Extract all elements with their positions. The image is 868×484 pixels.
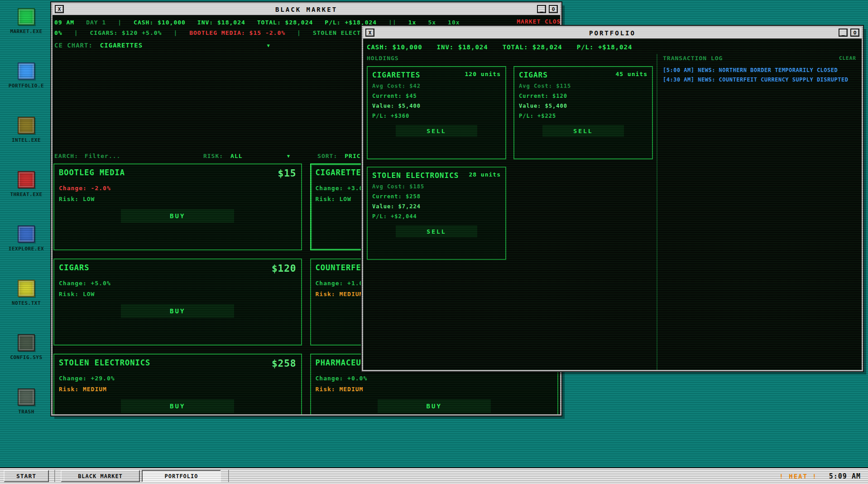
holding-avg-cost: Avg Cost: $115 [519,83,647,89]
maximize-icon[interactable]: O [850,29,859,37]
market-item-price: $15 [278,168,297,179]
buy-button[interactable]: BUY [378,399,491,413]
desktop-icon-label: CONFIG.SYS [10,355,42,360]
holding-avg-cost: Avg Cost: $42 [372,83,501,89]
window-title: PORTFOLIO [589,29,636,37]
chevron-down-icon: ▼ [267,43,270,48]
chart-commodity-select[interactable]: CIGARETTES ▼ [93,42,270,49]
sell-button[interactable]: SELL [542,125,624,137]
market-item-change: Change: +29.0% [59,375,297,382]
taskbar-task-portfolio[interactable]: PORTFOLIO [142,470,221,482]
risk-filter-select[interactable]: ALL ▼ [230,153,290,159]
desktop-icon-config-sys[interactable]: CONFIG.SYS [5,334,47,360]
total-readout: TOTAL: $28,024 [257,19,313,26]
market-item-head: BOOTLEG MEDIA$15 [59,168,297,179]
speed-10x-button[interactable]: 10x [448,19,460,26]
maximize-icon[interactable]: O [549,5,558,13]
portfolio-titlebar[interactable]: X PORTFOLIO _ O [363,27,862,39]
desktop-icon-label: TRASH [18,409,34,415]
transaction-log-header: TRANSACTION LOG CLEAR [663,55,856,62]
market-item-card: STOLEN ELECTRONICS$258Change: +29.0%Risk… [53,354,302,414]
desktop-icon-threat-exe[interactable]: THREAT.EXE [5,171,47,197]
minimize-icon[interactable]: _ [839,29,848,37]
holding-pl: P/L: +$225 [519,113,647,119]
transaction-log-entries: [5:00 AM] NEWS: NORTHERN BORDER TEMPORAR… [663,67,856,83]
search-label: EARCH: [54,153,78,159]
black-market-titlebar[interactable]: X BLACK MARKET _ O [53,4,560,16]
holdings-panel: HOLDINGS CIGARETTES120 unitsAvg Cost: $4… [363,54,657,370]
market-item-card: BOOTLEG MEDIA$15Change: -2.0%Risk: LOWBU… [53,163,302,250]
portfolio-exe-icon [18,62,35,80]
intel-exe-icon [18,117,35,134]
log-entry: [5:00 AM] NEWS: NORTHERN BORDER TEMPORAR… [663,67,856,73]
start-button[interactable]: START [4,470,49,482]
sell-button[interactable]: SELL [396,225,477,237]
close-icon[interactable]: X [365,29,374,37]
taskbar-clock: 5:09 AM [829,472,861,480]
market-item-risk: Risk: MEDIUM [316,386,553,393]
taskbar-divider [228,470,229,482]
market-item-name: CIGARS [59,263,89,272]
separator: | [173,29,177,36]
close-icon[interactable]: X [55,5,64,13]
transaction-log-title: TRANSACTION LOG [663,55,723,62]
market-item-risk: Risk: MEDIUM [59,386,297,393]
iexplore-exe-icon [18,225,35,243]
portfolio-window: X PORTFOLIO _ O CASH: $10,000 INV: $18,0… [362,26,863,371]
desktop-icon-intel-exe[interactable]: INTEL.EXE [5,117,47,143]
desktop-icon-iexplore-exe[interactable]: IEXPLORE.EX [5,225,47,252]
buy-button[interactable]: BUY [121,304,234,318]
holding-head: STOLEN ELECTRONICS28 units [372,171,501,180]
holding-pl: P/L: +$360 [372,113,501,119]
pl-readout: P/L: +$18,024 [577,43,633,51]
speed-1x-button[interactable]: 1x [408,19,417,26]
speed-5x-button[interactable]: 5x [428,19,436,26]
total-readout: TOTAL: $28,024 [503,43,562,51]
desktop-icon-label: THREAT.EXE [10,192,42,197]
clear-log-button[interactable]: CLEAR [839,55,856,61]
buy-button[interactable]: BUY [121,209,234,223]
market-item-name: BOOTLEG MEDIA [59,168,125,177]
heat-indicator: ! HEAT ! [779,473,817,480]
pl-readout: P/L: +$18,024 [325,19,377,26]
chart-label: CE CHART: [54,42,93,49]
trash-icon [18,388,35,406]
desktop-icon-notes-txt[interactable]: NOTES.TXT [5,280,47,306]
sort-label: SORT: [317,153,337,159]
log-entry: [4:30 AM] NEWS: COUNTERFEIT CURRENCY SUP… [663,77,856,83]
desktop-icon-market-exe[interactable]: MARKET.EXE [5,8,47,34]
notes-txt-icon [18,280,35,297]
holding-pl: P/L: +$2,044 [372,213,501,220]
buy-button[interactable]: BUY [121,399,234,413]
desktop-icon-label: IEXPLORE.EX [9,246,44,252]
desktop-icon-label: NOTES.TXT [12,300,41,306]
sell-button[interactable]: SELL [396,125,477,137]
desktop-icon-label: INTEL.EXE [12,137,41,143]
holding-units: 45 units [615,71,647,77]
market-item-price: $258 [272,358,297,369]
market-item-card: CIGARS$120Change: +5.0%Risk: LOWBUY [53,259,302,345]
desktop-icon-label: PORTFOLIO.E [9,83,44,89]
holding-card: CIGARETTES120 unitsAvg Cost: $42Current:… [367,66,506,159]
holding-units: 28 units [469,171,501,178]
search-input[interactable] [85,153,162,159]
holding-head: CIGARETTES120 units [372,71,501,79]
holding-current-price: Current: $258 [372,193,501,200]
minimize-icon[interactable]: _ [537,5,546,13]
threat-exe-icon [18,171,35,188]
market-exe-icon [18,8,35,25]
ticker-item: CIGARS: $120 +5.0% [90,29,162,36]
holdings-grid: CIGARETTES120 unitsAvg Cost: $42Current:… [367,66,653,260]
holding-value: Value: $5,400 [372,103,501,109]
market-item-change: Change: +0.0% [316,375,553,382]
window-title: BLACK MARKET [275,6,337,13]
holding-card: CIGARS45 unitsAvg Cost: $115Current: $12… [513,66,653,159]
portfolio-body: HOLDINGS CIGARETTES120 unitsAvg Cost: $4… [363,52,862,370]
cash-readout: CASH: $10,000 [367,43,422,51]
inventory-readout: INV: $18,024 [197,19,245,26]
taskbar-task-black-market[interactable]: BLACK MARKET [61,470,140,482]
desktop-icon-portfolio-exe[interactable]: PORTFOLIO.E [5,62,47,89]
desktop-icon-trash[interactable]: TRASH [5,388,47,415]
game-time: 09 AM [54,19,74,26]
holding-name: CIGARS [519,71,548,79]
